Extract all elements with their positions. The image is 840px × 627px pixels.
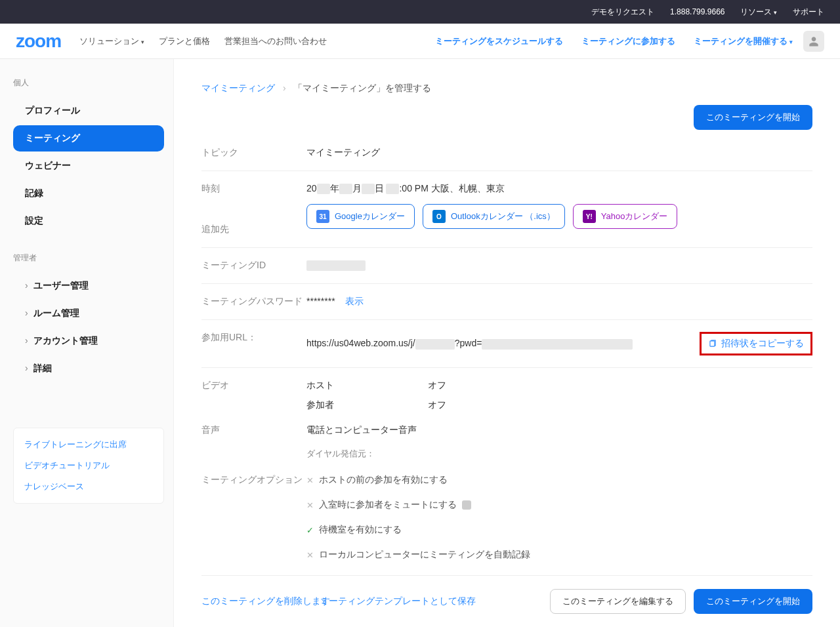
nav-links-right: ミーティングをスケジュールする ミーティングに参加する ミーティングを開催する bbox=[435, 35, 793, 47]
outlook-calendar-icon: O bbox=[432, 210, 446, 223]
outlook-calendar-button[interactable]: O Outlookカレンダー （.ics） bbox=[423, 204, 565, 229]
schedule-meeting-link[interactable]: ミーティングをスケジュールする bbox=[435, 35, 563, 47]
addto-label: 追加先 bbox=[201, 224, 306, 235]
solutions-dropdown[interactable]: ソリューション bbox=[79, 35, 144, 47]
password-label: ミーティングパスワード bbox=[201, 296, 306, 308]
edit-meeting-button[interactable]: このミーティングを編集する bbox=[550, 589, 686, 614]
top-utility-bar: デモをリクエスト 1.888.799.9666 リソース サポート bbox=[0, 0, 840, 24]
join-url-label: 参加用URL： bbox=[201, 332, 306, 344]
delete-meeting-link[interactable]: このミーティングを削除します bbox=[201, 596, 330, 607]
google-calendar-button[interactable]: 31 Googleカレンダー bbox=[306, 204, 415, 229]
breadcrumb: マイミーティング › 「マイミーティング」を管理する bbox=[201, 83, 812, 94]
option-auto-record: ✕ローカルコンピューターにミーティングを自動記録 bbox=[306, 549, 812, 561]
sidebar-header-personal: 個人 bbox=[13, 77, 164, 89]
breadcrumb-parent[interactable]: マイミーティング bbox=[201, 83, 275, 93]
sidebar-item-room-mgmt[interactable]: ルーム管理 bbox=[13, 300, 164, 327]
sidebar-item-recordings[interactable]: 記録 bbox=[13, 180, 164, 207]
x-icon: ✕ bbox=[306, 550, 314, 560]
time-label: 時刻 bbox=[201, 183, 306, 195]
start-meeting-button-top[interactable]: このミーティングを開始 bbox=[694, 105, 812, 130]
meeting-id-label: ミーティングID bbox=[201, 260, 306, 272]
time-value: 20年月日 :00 PM 大阪、札幌、東京 bbox=[306, 183, 812, 195]
sidebar-item-webinars[interactable]: ウェビナー bbox=[13, 153, 164, 179]
breadcrumb-sep: › bbox=[283, 83, 286, 93]
video-label: ビデオ bbox=[201, 380, 306, 392]
content: マイミーティング › 「マイミーティング」を管理する このミーティングを開始 ト… bbox=[174, 59, 840, 627]
copy-icon bbox=[708, 339, 717, 348]
video-participant-label: 参加者 bbox=[306, 399, 428, 411]
user-avatar[interactable] bbox=[803, 31, 824, 52]
user-icon bbox=[807, 35, 820, 48]
google-calendar-icon: 31 bbox=[316, 210, 329, 223]
x-icon: ✕ bbox=[306, 475, 314, 485]
video-host-value: オフ bbox=[428, 380, 446, 392]
yahoo-calendar-button[interactable]: Y! Yahooカレンダー bbox=[573, 204, 678, 229]
contact-sales-link[interactable]: 営業担当へのお問い合わせ bbox=[224, 35, 327, 47]
sidebar-header-admin: 管理者 bbox=[13, 253, 164, 264]
password-masked: ******** bbox=[306, 296, 335, 306]
option-mute-on-entry: ✕入室時に参加者をミュートにする bbox=[306, 499, 812, 511]
x-icon: ✕ bbox=[306, 500, 314, 510]
nav-links-left: ソリューション プランと価格 営業担当へのお問い合わせ bbox=[79, 35, 327, 47]
knowledge-base-link[interactable]: ナレッジベース bbox=[24, 481, 153, 493]
video-host-label: ホスト bbox=[306, 380, 428, 392]
save-as-template-link[interactable]: ミーティングテンプレートとして保存 bbox=[320, 596, 476, 607]
video-tutorial-link[interactable]: ビデオチュートリアル bbox=[24, 460, 153, 472]
audio-label: 音声 bbox=[201, 424, 306, 436]
sidebar-item-meetings[interactable]: ミーティング bbox=[13, 125, 164, 152]
join-meeting-link[interactable]: ミーティングに参加する bbox=[581, 35, 675, 47]
meeting-options-label: ミーティングオプション bbox=[201, 474, 306, 486]
host-meeting-dropdown[interactable]: ミーティングを開催する bbox=[694, 35, 793, 47]
copy-invitation-button[interactable]: 招待状をコピーする bbox=[700, 332, 812, 355]
dial-from-label: ダイヤル発信元： bbox=[306, 448, 812, 460]
show-password-link[interactable]: 表示 bbox=[345, 296, 364, 306]
live-training-link[interactable]: ライブトレーニングに出席 bbox=[24, 439, 153, 451]
breadcrumb-current: 「マイミーティング」を管理する bbox=[293, 83, 431, 93]
topic-label: トピック bbox=[201, 147, 306, 159]
bottom-actions: このミーティングを削除しますミーティングテンプレートとして保存 このミーティング… bbox=[201, 576, 812, 627]
join-url-value: https://us04web.zoom.us/j/?pwd= bbox=[306, 338, 700, 349]
svg-rect-0 bbox=[710, 341, 715, 346]
help-box: ライブトレーニングに出席 ビデオチュートリアル ナレッジベース bbox=[13, 428, 164, 504]
sidebar: 個人 プロフィール ミーティング ウェビナー 記録 設定 管理者 ユーザー管理 … bbox=[0, 59, 174, 627]
yahoo-calendar-icon: Y! bbox=[583, 210, 596, 223]
start-meeting-button-bottom[interactable]: このミーティングを開始 bbox=[694, 589, 812, 614]
topic-value: マイミーティング bbox=[306, 147, 812, 159]
video-participant-value: オフ bbox=[428, 399, 446, 411]
sidebar-item-user-mgmt[interactable]: ユーザー管理 bbox=[13, 273, 164, 299]
option-join-before-host: ✕ホストの前の参加を有効にする bbox=[306, 474, 812, 486]
option-waiting-room: ✓待機室を有効にする bbox=[306, 524, 812, 536]
info-badge-icon bbox=[462, 500, 471, 510]
support-link[interactable]: サポート bbox=[793, 7, 824, 18]
main-nav: zoom ソリューション プランと価格 営業担当へのお問い合わせ ミーティングを… bbox=[0, 24, 840, 59]
meeting-id-value bbox=[306, 260, 812, 271]
audio-value: 電話とコンピューター音声 bbox=[306, 424, 812, 436]
check-icon: ✓ bbox=[306, 525, 314, 535]
sidebar-item-account-mgmt[interactable]: アカウント管理 bbox=[13, 328, 164, 354]
plans-link[interactable]: プランと価格 bbox=[159, 35, 210, 47]
demo-link[interactable]: デモをリクエスト bbox=[591, 7, 654, 18]
phone-link[interactable]: 1.888.799.9666 bbox=[670, 7, 724, 16]
zoom-logo[interactable]: zoom bbox=[16, 31, 61, 52]
resources-dropdown[interactable]: リソース bbox=[740, 7, 777, 18]
sidebar-item-advanced[interactable]: 詳細 bbox=[13, 355, 164, 382]
sidebar-item-profile[interactable]: プロフィール bbox=[13, 98, 164, 124]
sidebar-item-settings[interactable]: 設定 bbox=[13, 208, 164, 234]
